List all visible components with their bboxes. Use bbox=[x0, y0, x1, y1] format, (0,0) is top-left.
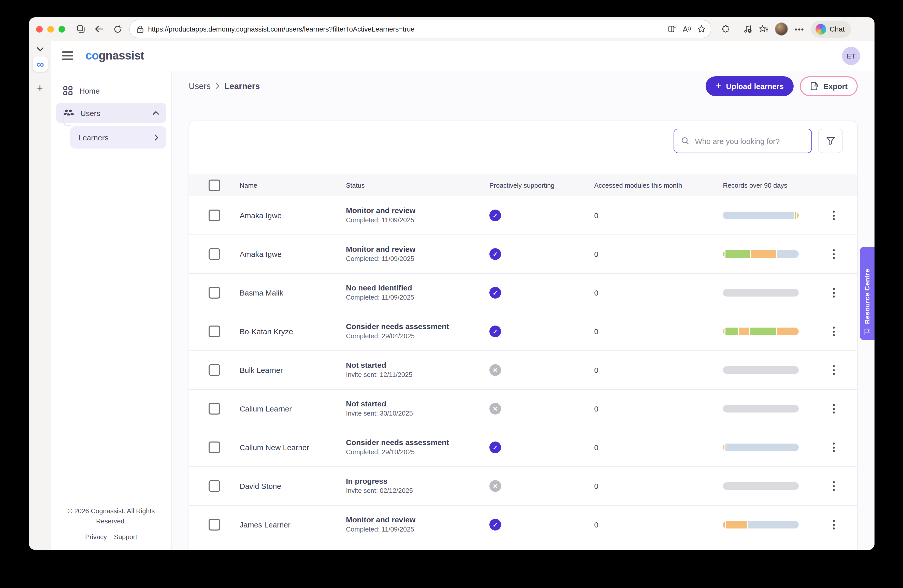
collections-icon[interactable] bbox=[759, 25, 768, 33]
toolbar-divider bbox=[737, 24, 737, 34]
row-checkbox[interactable] bbox=[209, 403, 220, 415]
back-icon[interactable] bbox=[93, 22, 106, 36]
row-checkbox[interactable] bbox=[209, 248, 220, 260]
status-text: Not started bbox=[346, 360, 412, 371]
sidebar-item-label: Users bbox=[80, 108, 100, 117]
learner-name: Basma Malik bbox=[240, 288, 283, 297]
brand-logo[interactable]: cognassist bbox=[85, 49, 144, 63]
column-header-proactively-supporting[interactable]: Proactively supporting bbox=[486, 181, 592, 189]
row-menu-button[interactable] bbox=[830, 439, 838, 455]
learner-name: David Stone bbox=[240, 482, 281, 491]
tab-actions-icon[interactable] bbox=[74, 22, 88, 36]
copilot-icon bbox=[815, 24, 826, 35]
row-menu-button[interactable] bbox=[830, 208, 838, 223]
media-controls-icon[interactable] bbox=[744, 25, 752, 33]
row-menu-button[interactable] bbox=[830, 401, 838, 417]
column-header-accessed-modules[interactable]: Accessed modules this month bbox=[592, 181, 723, 189]
split-screen-icon[interactable] bbox=[668, 25, 676, 33]
more-menu-icon[interactable]: ••• bbox=[794, 25, 804, 33]
maximize-window-button[interactable] bbox=[58, 26, 65, 32]
table-row: Amaka IgweMonitor and reviewCompleted: 1… bbox=[189, 234, 857, 273]
window-controls bbox=[36, 26, 65, 32]
status-text: No need identified bbox=[346, 283, 414, 293]
breadcrumb-users[interactable]: Users bbox=[189, 81, 211, 91]
export-button[interactable]: Export bbox=[800, 76, 858, 96]
active-tab-favicon[interactable]: co bbox=[32, 57, 47, 72]
browser-profile-avatar[interactable] bbox=[775, 22, 788, 36]
row-checkbox[interactable] bbox=[209, 480, 220, 492]
plus-icon: + bbox=[716, 80, 721, 91]
column-header-records[interactable]: Records over 90 days bbox=[723, 181, 857, 189]
learner-name: Bo-Katan Kryze bbox=[240, 327, 293, 336]
learner-name: Callum New Learner bbox=[240, 443, 309, 452]
table-row: Bo-Katan KryzeConsider needs assessmentC… bbox=[189, 312, 857, 351]
search-box[interactable] bbox=[673, 129, 812, 153]
records-bar bbox=[723, 482, 799, 490]
status-detail: Completed: 11/09/2025 bbox=[346, 254, 415, 264]
modules-count: 0 bbox=[594, 289, 598, 297]
records-bar bbox=[723, 212, 799, 219]
modules-count: 0 bbox=[594, 443, 598, 451]
menu-icon[interactable] bbox=[62, 51, 73, 60]
lock-icon[interactable] bbox=[137, 25, 143, 33]
privacy-link[interactable]: Privacy bbox=[85, 533, 107, 541]
reload-icon[interactable] bbox=[111, 22, 124, 36]
new-tab-button[interactable]: + bbox=[37, 82, 43, 94]
supporting-check-icon: ✓ bbox=[489, 248, 501, 260]
sidebar-item-home[interactable]: Home bbox=[56, 80, 166, 101]
row-checkbox[interactable] bbox=[209, 442, 220, 453]
modules-count: 0 bbox=[594, 366, 598, 374]
funnel-icon bbox=[826, 136, 835, 145]
row-menu-button[interactable] bbox=[830, 324, 838, 339]
favorite-star-icon[interactable] bbox=[697, 25, 706, 33]
web-page: cognassist ET Home bbox=[51, 41, 875, 550]
address-bar[interactable]: https://productapps.demomy.cognassist.co… bbox=[129, 20, 711, 38]
resource-centre-label: Resource Centre bbox=[863, 254, 871, 324]
resource-flag-icon bbox=[864, 328, 871, 335]
row-menu-button[interactable] bbox=[830, 246, 838, 262]
sidebar-item-learners[interactable]: Learners bbox=[70, 126, 166, 149]
upload-learners-button[interactable]: + Upload learners bbox=[706, 76, 794, 96]
support-link[interactable]: Support bbox=[114, 533, 137, 541]
table-row: Callum New LearnerConsider needs assessm… bbox=[189, 428, 857, 467]
row-menu-button[interactable] bbox=[830, 285, 838, 300]
row-menu-button[interactable] bbox=[830, 517, 838, 533]
toolbar-icons: ••• Chat bbox=[721, 20, 851, 38]
copilot-chat-button[interactable]: Chat bbox=[811, 20, 851, 38]
row-checkbox[interactable] bbox=[209, 364, 220, 376]
modules-count: 0 bbox=[594, 405, 598, 413]
read-aloud-icon[interactable] bbox=[682, 25, 691, 33]
home-grid-icon bbox=[63, 86, 73, 95]
search-input[interactable] bbox=[694, 136, 804, 146]
close-window-button[interactable] bbox=[36, 26, 43, 32]
table-header: Name Status Proactively supporting Acces… bbox=[189, 175, 857, 196]
collapse-tabs-icon[interactable] bbox=[36, 47, 44, 51]
user-avatar[interactable]: ET bbox=[842, 47, 860, 65]
extensions-icon[interactable] bbox=[721, 25, 730, 33]
records-bar bbox=[723, 405, 799, 412]
row-checkbox[interactable] bbox=[209, 209, 220, 221]
breadcrumb-chevron-icon bbox=[216, 83, 219, 89]
modules-count: 0 bbox=[594, 327, 598, 335]
status-text: Monitor and review bbox=[346, 515, 415, 525]
supporting-cross-icon: ✕ bbox=[489, 364, 501, 376]
table-body: Amaka IgweMonitor and reviewCompleted: 1… bbox=[189, 196, 857, 550]
row-checkbox[interactable] bbox=[209, 519, 220, 530]
column-header-name[interactable]: Name bbox=[240, 181, 346, 189]
column-header-status[interactable]: Status bbox=[346, 181, 486, 189]
select-all-checkbox[interactable] bbox=[209, 179, 220, 191]
sidebar-item-users[interactable]: Users bbox=[56, 103, 166, 123]
row-checkbox[interactable] bbox=[209, 287, 220, 299]
minimize-window-button[interactable] bbox=[47, 26, 54, 32]
row-checkbox[interactable] bbox=[209, 325, 220, 337]
row-menu-button[interactable] bbox=[830, 478, 838, 494]
supporting-check-icon: ✓ bbox=[489, 287, 501, 299]
breadcrumb: Users Learners bbox=[189, 81, 260, 91]
learner-name: Amaka Igwe bbox=[240, 211, 282, 220]
url-text[interactable]: https://productapps.demomy.cognassist.co… bbox=[148, 25, 663, 33]
desktop: https://productapps.demomy.cognassist.co… bbox=[0, 0, 903, 588]
filter-button[interactable] bbox=[818, 129, 843, 153]
resource-centre-tab[interactable]: Resource Centre bbox=[860, 247, 875, 340]
row-menu-button[interactable] bbox=[830, 362, 838, 378]
table-row: James LearnerMonitor and reviewCompleted… bbox=[189, 505, 857, 544]
